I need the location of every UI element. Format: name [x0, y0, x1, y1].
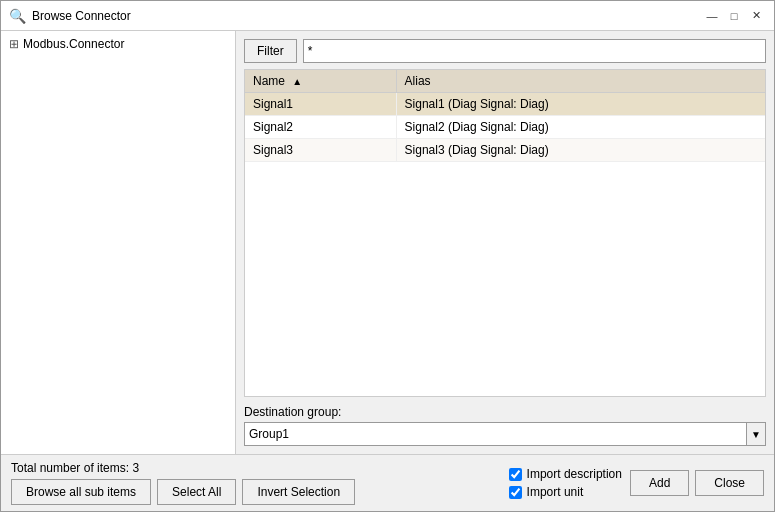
table-header-row: Name ▲ Alias	[245, 70, 765, 93]
maximize-button[interactable]: □	[724, 6, 744, 26]
right-panel: Filter Name ▲ Alias	[236, 31, 774, 454]
import-unit-checkbox[interactable]	[509, 486, 522, 499]
signals-table-container: Name ▲ Alias Signal1 Signal1 (Diag Signa…	[244, 69, 766, 397]
total-items-label: Total number of items: 3	[11, 461, 501, 475]
action-buttons: Add Close	[630, 470, 764, 496]
content-area: ⊞ Modbus.Connector Filter Name ▲	[1, 31, 774, 454]
destination-group-row: Destination group: Group1 ▼	[244, 405, 766, 446]
window-title: Browse Connector	[32, 9, 131, 23]
filter-row: Filter	[244, 39, 766, 63]
signals-table: Name ▲ Alias Signal1 Signal1 (Diag Signa…	[245, 70, 765, 162]
destination-group-select[interactable]: Group1	[244, 422, 746, 446]
signal-name-cell: Signal3	[245, 139, 396, 162]
import-description-checkbox[interactable]	[509, 468, 522, 481]
minimize-button[interactable]: —	[702, 6, 722, 26]
destination-dropdown-arrow[interactable]: ▼	[746, 422, 766, 446]
import-unit-row: Import unit	[509, 485, 622, 499]
invert-selection-button[interactable]: Invert Selection	[242, 479, 355, 505]
table-body: Signal1 Signal1 (Diag Signal: Diag) Sign…	[245, 93, 765, 162]
browse-connector-window: 🔍 Browse Connector — □ ✕ ⊞ Modbus.Connec…	[0, 0, 775, 512]
tree-node-icon: ⊞	[9, 37, 19, 51]
add-button[interactable]: Add	[630, 470, 689, 496]
window-close-button[interactable]: ✕	[746, 6, 766, 26]
table-row[interactable]: Signal2 Signal2 (Diag Signal: Diag)	[245, 116, 765, 139]
sort-icon: ▲	[292, 76, 302, 87]
signal-alias-cell: Signal2 (Diag Signal: Diag)	[396, 116, 765, 139]
title-bar-left: 🔍 Browse Connector	[9, 8, 131, 24]
import-unit-label: Import unit	[527, 485, 584, 499]
import-description-label: Import description	[527, 467, 622, 481]
tree-panel: ⊞ Modbus.Connector	[1, 31, 236, 454]
signal-alias-cell: Signal1 (Diag Signal: Diag)	[396, 93, 765, 116]
bottom-left-section: Total number of items: 3 Browse all sub …	[11, 461, 501, 505]
column-header-alias[interactable]: Alias	[396, 70, 765, 93]
filter-input[interactable]	[303, 39, 766, 63]
bottom-bar: Total number of items: 3 Browse all sub …	[1, 454, 774, 511]
destination-select-container: Group1 ▼	[244, 422, 766, 446]
select-all-button[interactable]: Select All	[157, 479, 236, 505]
destination-label: Destination group:	[244, 405, 766, 419]
browse-all-button[interactable]: Browse all sub items	[11, 479, 151, 505]
signal-name-cell: Signal1	[245, 93, 396, 116]
tree-item-label: Modbus.Connector	[23, 37, 124, 51]
signal-alias-cell: Signal3 (Diag Signal: Diag)	[396, 139, 765, 162]
title-bar: 🔍 Browse Connector — □ ✕	[1, 1, 774, 31]
import-description-row: Import description	[509, 467, 622, 481]
signal-name-cell: Signal2	[245, 116, 396, 139]
close-button[interactable]: Close	[695, 470, 764, 496]
bottom-buttons-row: Browse all sub items Select All Invert S…	[11, 479, 501, 505]
checkboxes-area: Import description Import unit	[509, 467, 622, 499]
table-row[interactable]: Signal1 Signal1 (Diag Signal: Diag)	[245, 93, 765, 116]
table-row[interactable]: Signal3 Signal3 (Diag Signal: Diag)	[245, 139, 765, 162]
title-controls: — □ ✕	[702, 6, 766, 26]
column-header-name[interactable]: Name ▲	[245, 70, 396, 93]
window-icon: 🔍	[9, 8, 26, 24]
tree-item-modbus[interactable]: ⊞ Modbus.Connector	[5, 35, 231, 53]
filter-button[interactable]: Filter	[244, 39, 297, 63]
